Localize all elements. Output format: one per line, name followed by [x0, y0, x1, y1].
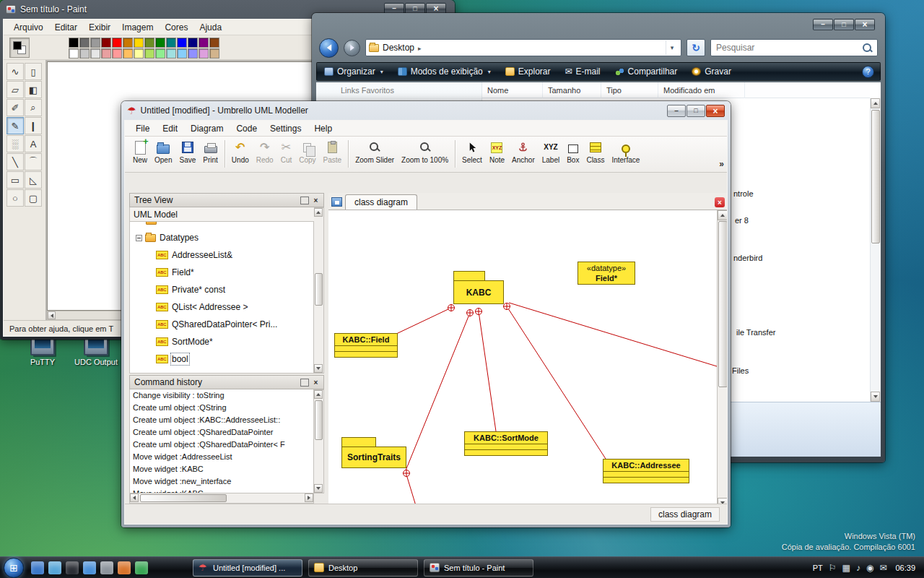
tool-line[interactable]: ╲ [6, 153, 24, 171]
share-button[interactable]: Compartilhar [608, 63, 685, 80]
tree-item-addresseelist[interactable]: ABCAddresseeList& [130, 246, 313, 264]
history-item[interactable]: Create uml object :QSharedDataPointer< F [130, 439, 313, 451]
color-swatch[interactable] [134, 38, 144, 48]
quick-launch-icon[interactable] [31, 561, 44, 574]
tray-network-icon[interactable]: ◉ [866, 564, 873, 572]
class-tool-button[interactable]: Class [583, 138, 608, 165]
float-panel-icon[interactable] [300, 197, 309, 204]
command-history-v-scrollbar[interactable] [314, 389, 324, 493]
file-item[interactable]: ile Transfer [736, 328, 775, 340]
color-swatch[interactable] [112, 48, 122, 59]
tree-item-private-const[interactable]: ABCPrivate* const [130, 281, 313, 298]
box-tool-button[interactable]: Box [563, 138, 583, 165]
color-swatch[interactable] [79, 38, 90, 48]
menu-exibir[interactable]: Exibir [83, 22, 116, 33]
taskbar-button-paint[interactable]: Sem título - Paint [424, 559, 533, 577]
file-item[interactable]: er 8 [735, 216, 749, 228]
color-swatch[interactable] [209, 38, 219, 48]
close-diagram-icon[interactable] [715, 197, 725, 207]
back-button[interactable] [319, 38, 339, 58]
maximize-button[interactable] [834, 19, 854, 30]
tree-item-field[interactable]: ABCField* [130, 264, 313, 281]
scrollbar-thumb[interactable] [315, 400, 323, 440]
tray-grid-icon[interactable]: ▦ [842, 564, 850, 572]
color-swatch[interactable] [166, 48, 176, 59]
tool-select[interactable]: ▯ [25, 63, 42, 80]
tree-item-sortmode[interactable]: ABCSortMode* [130, 333, 313, 350]
color-swatch[interactable] [155, 38, 165, 48]
menu-help[interactable]: Help [308, 124, 339, 134]
color-swatch[interactable] [112, 38, 122, 48]
quick-launch-icon[interactable] [66, 561, 79, 574]
menu-code[interactable]: Code [230, 124, 263, 134]
uml-package-sortingtraits[interactable]: SortingTraits [341, 437, 406, 468]
history-item[interactable]: Create uml object :KABC::AddresseeList:: [130, 414, 313, 426]
collapse-icon[interactable] [136, 235, 142, 241]
file-item[interactable]: Files [732, 366, 749, 378]
scrollbar-thumb[interactable] [871, 110, 880, 243]
tab-class-diagram[interactable]: class diagram [345, 194, 417, 210]
history-item[interactable]: Move widget :KABC [130, 463, 313, 475]
column-modificado-em[interactable]: Modificado em [658, 82, 745, 98]
float-panel-icon[interactable] [300, 379, 309, 387]
color-swatch[interactable] [123, 48, 133, 59]
tool-fill[interactable]: ◧ [25, 81, 42, 98]
color-swatch[interactable] [69, 48, 79, 59]
scroll-down-button[interactable] [314, 484, 323, 493]
umbrello-titlebar[interactable]: Untitled [modified] - Umbrello UML Model… [121, 101, 731, 120]
scroll-up-button[interactable] [871, 98, 880, 108]
uml-class-kabc-addressee[interactable]: KABC::Addressee [603, 459, 689, 483]
explorer-v-scrollbar[interactable] [870, 98, 881, 402]
quick-launch-icon[interactable] [118, 561, 131, 574]
color-swatch[interactable] [144, 38, 154, 48]
color-swatch[interactable] [123, 38, 133, 48]
uml-datatype-field[interactable]: «datatype» Field* [578, 262, 635, 285]
copy-button[interactable]: Copy [295, 138, 319, 165]
print-button[interactable]: Print [199, 138, 222, 165]
color-swatch[interactable] [69, 38, 79, 48]
tray-volume-icon[interactable]: ♪ [856, 564, 860, 572]
tool-airbrush[interactable]: ░ [6, 135, 24, 152]
quick-launch-icon[interactable] [135, 561, 148, 574]
color-swatch[interactable] [134, 48, 144, 59]
address-dropdown-button[interactable] [666, 40, 678, 55]
minimize-button[interactable] [667, 105, 686, 117]
tool-magnifier[interactable]: ⌕ [25, 99, 42, 116]
cut-button[interactable]: Cut [277, 138, 296, 165]
diagram-v-scrollbar[interactable] [717, 210, 728, 508]
tray-flag-icon[interactable]: ⚐ [829, 564, 837, 572]
scrollbar-thumb[interactable] [718, 221, 728, 387]
taskbar-button-umbrello[interactable]: Untitled [modified] ... [193, 559, 302, 577]
save-button[interactable]: Save [175, 138, 199, 165]
burn-button[interactable]: Gravar [684, 63, 738, 80]
tree-root-uml-model[interactable]: UML Model [129, 207, 324, 222]
address-chevron-icon[interactable] [418, 43, 422, 53]
column-nome[interactable]: Nome [482, 82, 543, 98]
color-swatch[interactable] [90, 38, 100, 48]
history-item[interactable]: Move widget :new_interface [130, 475, 313, 488]
color-swatch[interactable] [90, 48, 100, 59]
history-item[interactable]: Change visibility : toString [130, 389, 313, 402]
menu-arquivo[interactable]: Arquivo [8, 22, 49, 33]
label-tool-button[interactable]: XYZLabel [539, 138, 563, 165]
menu-imagem[interactable]: Imagem [116, 22, 159, 33]
history-item[interactable]: Move widget :AddresseeList [130, 451, 313, 463]
menu-editar[interactable]: Editar [49, 22, 83, 33]
color-swatch[interactable] [144, 48, 154, 59]
uml-class-kabc-field[interactable]: KABC::Field [334, 333, 398, 358]
taskbar-button-desktop[interactable]: Desktop [308, 559, 418, 577]
menu-diagram[interactable]: Diagram [184, 124, 230, 134]
column-tamanho[interactable]: Tamanho [543, 82, 601, 98]
menu-settings[interactable]: Settings [263, 124, 308, 134]
quick-launch-icon[interactable] [83, 561, 96, 574]
color-swatch[interactable] [79, 48, 90, 59]
tool-rounded-rect[interactable]: ▢ [25, 189, 42, 207]
forward-button[interactable] [344, 40, 360, 56]
file-item[interactable]: ntrole [733, 189, 754, 201]
desktop-icon-putty[interactable]: PuTTY [16, 335, 69, 367]
undo-button[interactable]: Undo [228, 138, 253, 165]
color-swatch[interactable] [188, 48, 198, 59]
color-swatch[interactable] [166, 38, 176, 48]
select-tool-button[interactable]: Select [458, 138, 486, 165]
menu-file[interactable]: File [129, 124, 156, 134]
